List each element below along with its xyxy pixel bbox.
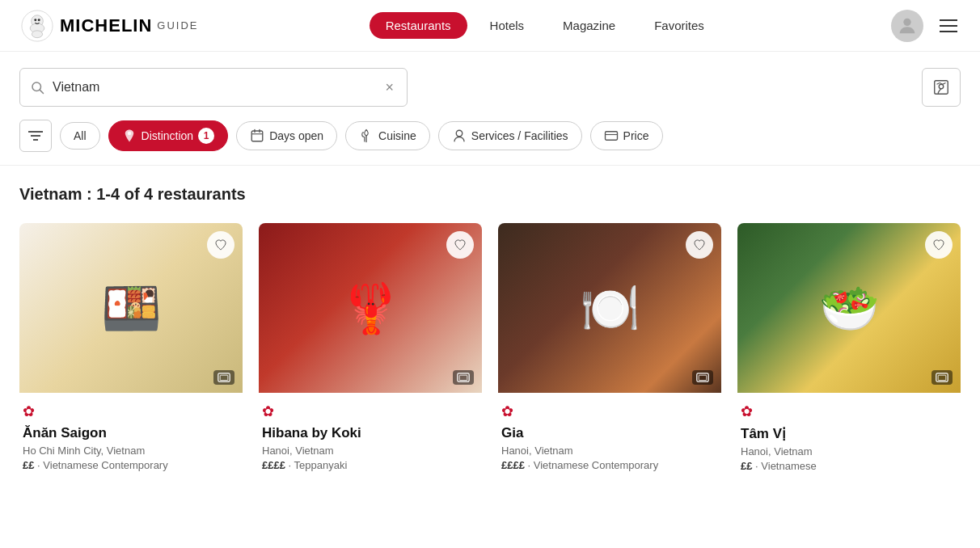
map-view-button[interactable] bbox=[922, 68, 961, 107]
heart-icon bbox=[214, 238, 227, 251]
svg-rect-15 bbox=[251, 131, 263, 141]
gallery-indicator bbox=[453, 370, 474, 385]
filter-cuisine[interactable]: Cuisine bbox=[345, 121, 430, 150]
filter-price[interactable]: Price bbox=[590, 121, 663, 150]
search-clear-button[interactable]: × bbox=[382, 79, 397, 96]
days-open-label: Days open bbox=[269, 129, 323, 142]
heart-icon bbox=[454, 238, 467, 251]
price-icon bbox=[604, 129, 619, 143]
search-input[interactable] bbox=[53, 80, 374, 95]
services-label: Services / Facilities bbox=[471, 129, 568, 142]
nav-magazine[interactable]: Magazine bbox=[547, 12, 632, 39]
restaurant-price: ££££ bbox=[501, 459, 525, 471]
michelin-logo-icon bbox=[19, 8, 55, 44]
restaurant-cuisine: ££££ · Vietnamese Contemporary bbox=[501, 459, 718, 471]
filter-bar: All Distinction 1 Days open Cuisine bbox=[0, 107, 980, 166]
svg-point-10 bbox=[939, 84, 944, 89]
gallery-indicator bbox=[213, 370, 234, 385]
card-body: ✿ Ănăn Saigon Ho Chi Minh City, Vietnam … bbox=[19, 393, 243, 478]
restaurant-card[interactable]: 🍱 ✿ Ănăn Saigon Ho Chi Minh City, Vietna… bbox=[19, 223, 243, 478]
svg-point-6 bbox=[903, 18, 910, 25]
favorite-button[interactable] bbox=[207, 231, 234, 259]
user-icon bbox=[896, 15, 919, 37]
filter-all[interactable]: All bbox=[60, 122, 100, 150]
nav-hotels[interactable]: Hotels bbox=[474, 12, 541, 39]
restaurant-name: Hibana by Koki bbox=[262, 425, 479, 441]
brand-name: MICHELIN bbox=[60, 15, 152, 36]
nav-restaurants[interactable]: Restaurants bbox=[370, 12, 467, 39]
michelin-star-icon: ✿ bbox=[262, 403, 479, 420]
svg-line-8 bbox=[40, 90, 43, 93]
favorite-button[interactable] bbox=[446, 231, 474, 259]
gallery-indicator bbox=[931, 370, 953, 385]
restaurant-price: ££££ bbox=[262, 459, 285, 471]
restaurant-cuisine: ££ · Vietnamese Contemporary bbox=[23, 459, 239, 471]
price-label: Price bbox=[623, 129, 649, 142]
header-actions bbox=[891, 10, 961, 42]
services-icon bbox=[452, 129, 467, 143]
card-image: 🍱 bbox=[19, 223, 243, 393]
header: MICHELIN GUIDE Restaurants Hotels Magazi… bbox=[0, 0, 980, 52]
restaurant-card[interactable]: 🦞 ✿ Hibana by Koki Hanoi, Vietnam bbox=[259, 223, 482, 478]
svg-rect-30 bbox=[938, 375, 946, 380]
svg-point-4 bbox=[34, 19, 36, 21]
card-image: 🥗 bbox=[737, 223, 961, 393]
restaurant-cuisine: ££££ · Teppanyaki bbox=[262, 459, 479, 471]
search-bar: × bbox=[19, 68, 408, 107]
avatar[interactable] bbox=[891, 10, 923, 42]
filter-toggle-button[interactable] bbox=[19, 120, 52, 152]
heart-icon bbox=[693, 238, 706, 251]
heart-icon bbox=[932, 238, 945, 251]
filter-services[interactable]: Services / Facilities bbox=[438, 121, 582, 150]
restaurant-location: Hanoi, Vietnam bbox=[262, 445, 479, 457]
svg-rect-28 bbox=[699, 375, 707, 380]
restaurant-location: Hanoi, Vietnam bbox=[501, 445, 718, 457]
main-nav: Restaurants Hotels Magazine Favorites bbox=[370, 12, 720, 39]
filter-distinction[interactable]: Distinction 1 bbox=[108, 120, 229, 151]
restaurant-cards-grid: 🍱 ✿ Ănăn Saigon Ho Chi Minh City, Vietna… bbox=[19, 223, 961, 478]
restaurant-cuisine: ££ · Vietnamese bbox=[741, 460, 957, 472]
distinction-label: Distinction bbox=[142, 129, 194, 142]
svg-rect-26 bbox=[459, 375, 467, 380]
michelin-star-icon: ✿ bbox=[501, 403, 718, 420]
gallery-icon bbox=[457, 373, 470, 382]
svg-point-5 bbox=[38, 19, 40, 21]
results-title: Vietnam : 1-4 of 4 restaurants bbox=[19, 185, 961, 204]
restaurant-price: ££ bbox=[23, 459, 34, 471]
card-body: ✿ Hibana by Koki Hanoi, Vietnam ££££ · T… bbox=[259, 393, 482, 478]
svg-rect-24 bbox=[220, 375, 228, 380]
restaurant-card[interactable]: 🍽️ ✿ Gia Hanoi, Vietnam bbox=[498, 223, 721, 478]
search-icon bbox=[30, 80, 44, 95]
svg-point-14 bbox=[127, 132, 131, 136]
michelin-star-icon: ✿ bbox=[23, 403, 239, 420]
logo-area: MICHELIN GUIDE bbox=[19, 8, 199, 44]
restaurant-name: Ănăn Saigon bbox=[23, 425, 239, 441]
distinction-icon bbox=[122, 129, 137, 143]
filter-all-label: All bbox=[74, 129, 87, 142]
restaurant-card[interactable]: 🥗 ✿ Tâm Vị Hanoi, Vietnam bbox=[737, 223, 961, 478]
guide-label: GUIDE bbox=[157, 19, 198, 32]
restaurant-price: ££ bbox=[741, 460, 752, 472]
results-section: Vietnam : 1-4 of 4 restaurants 🍱 ✿ bbox=[0, 166, 980, 478]
card-body: ✿ Gia Hanoi, Vietnam ££££ · Vietnamese C… bbox=[498, 393, 721, 478]
restaurant-location: Hanoi, Vietnam bbox=[741, 445, 957, 457]
cuisine-label: Cuisine bbox=[378, 129, 416, 142]
favorite-button[interactable] bbox=[686, 231, 713, 259]
hamburger-menu[interactable] bbox=[936, 16, 961, 36]
gallery-indicator bbox=[692, 370, 713, 385]
svg-point-3 bbox=[32, 30, 42, 37]
gallery-icon bbox=[936, 373, 948, 382]
restaurant-location: Ho Chi Minh City, Vietnam bbox=[23, 445, 239, 457]
cuisine-icon bbox=[359, 129, 374, 143]
distinction-badge: 1 bbox=[198, 128, 214, 144]
nav-favorites[interactable]: Favorites bbox=[638, 12, 720, 39]
map-icon bbox=[932, 78, 950, 96]
calendar-icon bbox=[250, 129, 264, 143]
svg-point-20 bbox=[456, 130, 463, 137]
favorite-button[interactable] bbox=[925, 231, 953, 259]
card-image: 🦞 bbox=[259, 223, 482, 393]
card-body: ✿ Tâm Vị Hanoi, Vietnam ££ · Vietnamese bbox=[737, 393, 961, 478]
filter-days-open[interactable]: Days open bbox=[236, 121, 337, 150]
filter-icon bbox=[28, 130, 43, 141]
svg-rect-9 bbox=[935, 81, 948, 95]
